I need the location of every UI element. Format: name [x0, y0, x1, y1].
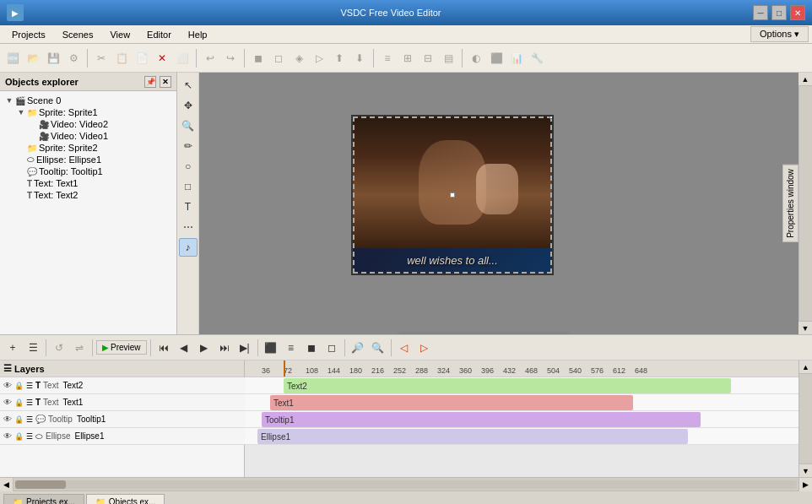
playhead[interactable] — [284, 360, 285, 377]
tb-paste-button[interactable]: 📄 — [133, 49, 151, 68]
vtb-move-button[interactable]: ✥ — [179, 96, 198, 115]
tl-zoom-out[interactable]: 🔍 — [369, 339, 387, 357]
vtb-cursor-button[interactable]: ↖ — [179, 76, 198, 95]
vtb-circle-button[interactable]: ○ — [179, 157, 198, 176]
vtb-zoom-button[interactable]: 🔍 — [179, 117, 198, 135]
vtb-text-button[interactable]: T — [179, 198, 198, 216]
visibility-icon-ellipse1[interactable]: 👁 — [3, 431, 12, 441]
tree-item-text1[interactable]: T Text: Text1 — [0, 177, 176, 189]
tb-copy-button[interactable]: 📋 — [112, 49, 131, 68]
panel-pin-button[interactable]: 📌 — [144, 76, 156, 88]
resize-handle[interactable] — [549, 115, 554, 119]
tb-save-button[interactable]: 💾 — [44, 49, 62, 68]
tb-redo-button[interactable]: ↪ — [221, 49, 240, 68]
track-text2[interactable]: Text2 — [284, 378, 731, 393]
tree-item-sprite1[interactable]: ▼ 📁 Sprite: Sprite1 — [0, 106, 176, 118]
menu-scenes[interactable]: Scenes — [54, 28, 102, 41]
options-button[interactable]: Options ▾ — [750, 26, 809, 42]
tree-item-tooltip1[interactable]: 💬 Tooltip: Tooltip1 — [0, 165, 176, 177]
tl-skip-start-button[interactable]: ⏮ — [154, 339, 173, 357]
menu-icon-text2[interactable]: ☰ — [26, 382, 33, 390]
tl-zoom-in[interactable]: 🔎 — [349, 339, 367, 357]
tl-add-button[interactable]: + — [3, 339, 22, 357]
expand-icon[interactable]: ▼ — [15, 108, 27, 117]
tl-step-back-button[interactable]: ◀ — [175, 339, 193, 357]
visibility-icon-text2[interactable]: 👁 — [3, 381, 12, 390]
maximize-button[interactable]: □ — [771, 5, 787, 20]
track-ellipse1[interactable]: Ellipse1 — [257, 429, 688, 444]
panel-close-button[interactable]: ✕ — [160, 76, 171, 88]
tb-b3[interactable]: ◈ — [290, 49, 308, 68]
tb-b4[interactable]: ▷ — [310, 49, 328, 68]
tl-r2[interactable]: ≡ — [282, 339, 300, 357]
tb-c2[interactable]: ⊞ — [398, 49, 417, 68]
tb-b6[interactable]: ⬇ — [350, 49, 369, 68]
tb-new-button[interactable]: 🆕 — [3, 49, 22, 68]
tree-item-sprite2[interactable]: 📁 Sprite: Sprite2 — [0, 142, 176, 154]
tl-skip-end-button[interactable]: ⏭ — [215, 339, 234, 357]
tb-select-button[interactable]: ⬜ — [173, 49, 192, 68]
canvas-scrollbar[interactable]: ▲ ▼ — [798, 73, 812, 334]
lock-icon-tooltip1[interactable]: 🔒 — [14, 415, 24, 424]
tl-preview-button[interactable]: ▶ Preview — [96, 340, 147, 355]
visibility-icon-text1[interactable]: 👁 — [3, 398, 12, 407]
tree-item-text2[interactable]: T Text: Text2 — [0, 189, 176, 201]
timeline-vscroll-up[interactable]: ▲ — [799, 360, 812, 374]
tl-play-end-button[interactable]: ▶| — [235, 339, 254, 357]
expand-icon[interactable]: ▼ — [3, 96, 15, 105]
tb-d2[interactable]: ⬛ — [487, 49, 506, 68]
menu-help[interactable]: Help — [180, 28, 216, 41]
tree-item-ellipse1[interactable]: ⬭ Ellipse: Ellipse1 — [0, 154, 176, 165]
hscroll-left-button[interactable]: ◀ — [0, 478, 14, 491]
menu-projects[interactable]: Projects — [3, 28, 54, 41]
tb-c3[interactable]: ⊟ — [419, 49, 437, 68]
tl-r4[interactable]: ◻ — [322, 339, 341, 357]
tb-b2[interactable]: ◻ — [269, 49, 288, 68]
track-tooltip1[interactable]: Tooltip1 — [262, 412, 701, 427]
timeline-row-text1[interactable]: 👁 🔒 ☰ T Text Text1 — [0, 394, 245, 411]
close-button[interactable]: ✕ — [790, 5, 805, 20]
lock-icon-text1[interactable]: 🔒 — [14, 398, 24, 407]
tree-item-video2[interactable]: 🎥 Video: Video2 — [0, 118, 176, 130]
vtb-pen-button[interactable]: ✏ — [179, 137, 198, 155]
vtb-rect-button[interactable]: □ — [179, 177, 198, 196]
tb-undo-button[interactable]: ↩ — [201, 49, 219, 68]
hscroll-track[interactable] — [15, 480, 797, 489]
lock-icon-ellipse1[interactable]: 🔒 — [14, 432, 24, 441]
tb-d4[interactable]: 🔧 — [528, 49, 546, 68]
vtb-lines-button[interactable]: ⋯ — [179, 218, 198, 236]
tl-step-fwd-button[interactable]: ▶ — [195, 339, 214, 357]
tb-b5[interactable]: ⬆ — [330, 49, 349, 68]
menu-editor[interactable]: Editor — [138, 28, 180, 41]
tb-d3[interactable]: 📊 — [507, 49, 526, 68]
track-text1[interactable]: Text1 — [270, 395, 633, 410]
tb-delete-button[interactable]: ✕ — [153, 49, 171, 68]
menu-icon-ellipse1[interactable]: ☰ — [26, 432, 33, 441]
tl-marker1[interactable]: ◁ — [395, 339, 414, 357]
tb-open-button[interactable]: 📂 — [24, 49, 42, 68]
scroll-down-button[interactable]: ▼ — [798, 321, 812, 334]
tree-item-video1[interactable]: 🎥 Video: Video1 — [0, 130, 176, 142]
timeline-vscroll-down[interactable]: ▼ — [799, 463, 812, 477]
projects-tab[interactable]: 📁 Projects ex... — [3, 494, 84, 504]
visibility-icon-tooltip1[interactable]: 👁 — [3, 415, 12, 424]
tb-cut-button[interactable]: ✂ — [92, 49, 111, 68]
tl-marker2[interactable]: ▷ — [415, 339, 434, 357]
tl-r1[interactable]: ⬛ — [262, 339, 280, 357]
tl-r3[interactable]: ◼ — [302, 339, 321, 357]
properties-window-tab[interactable]: Properties window — [782, 165, 798, 242]
tl-layers-button[interactable]: ☰ — [24, 339, 42, 357]
tl-loop-button[interactable]: ↺ — [50, 339, 68, 357]
tree-item-scene0[interactable]: ▼ 🎬 Scene 0 — [0, 95, 176, 106]
timeline-row-tooltip1[interactable]: 👁 🔒 ☰ 💬 Tooltip Tooltip1 — [0, 411, 245, 428]
hscroll-thumb[interactable] — [15, 480, 66, 489]
menu-view[interactable]: View — [101, 28, 138, 41]
tb-d1[interactable]: ◐ — [467, 49, 485, 68]
scroll-up-button[interactable]: ▲ — [798, 73, 812, 86]
tb-settings-button[interactable]: ⚙ — [64, 49, 83, 68]
tb-c1[interactable]: ≡ — [378, 49, 397, 68]
tb-b1[interactable]: ◼ — [249, 49, 268, 68]
timeline-row-ellipse1[interactable]: 👁 🔒 ☰ ⬭ Ellipse Ellipse1 — [0, 428, 245, 445]
tb-c4[interactable]: ▤ — [439, 49, 457, 68]
timeline-vscroll[interactable]: ▲ ▼ — [798, 360, 812, 477]
